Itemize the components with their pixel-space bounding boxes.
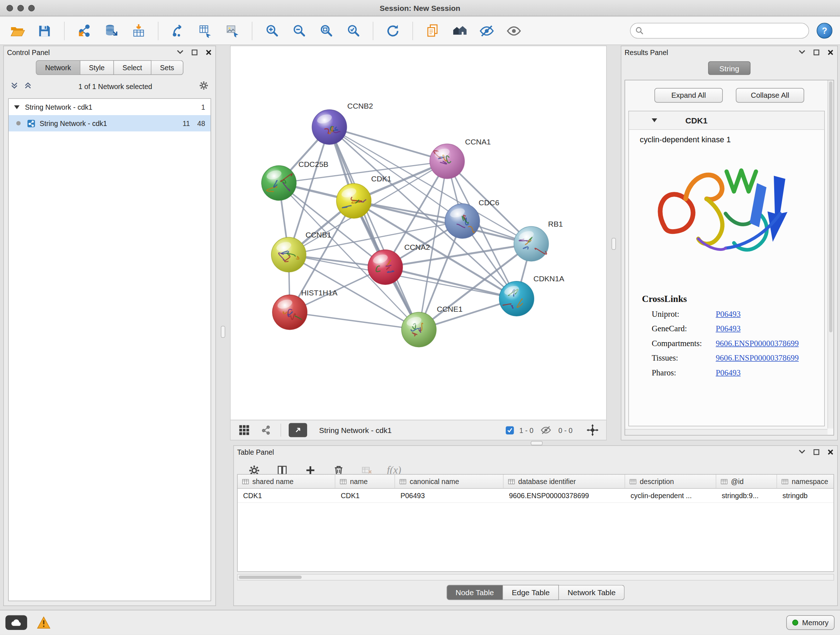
- disclosure-triangle-icon[interactable]: [14, 105, 19, 109]
- node-CDC25B[interactable]: [262, 166, 296, 201]
- crosslink-value-link[interactable]: P06493: [716, 325, 741, 334]
- table-horizontal-scrollbar[interactable]: [237, 574, 834, 581]
- table-cell[interactable]: 9606.ENSP00000378699: [504, 489, 625, 502]
- zoom-window-button[interactable]: [28, 5, 35, 11]
- import-network-from-database-button[interactable]: [102, 21, 121, 41]
- column-header-database-identifier[interactable]: database identifier: [504, 475, 625, 488]
- close-window-button[interactable]: [6, 5, 13, 11]
- import-table-button[interactable]: [129, 21, 148, 41]
- crosslink-value-link[interactable]: P06493: [716, 310, 741, 319]
- column-header-description[interactable]: description: [625, 475, 716, 488]
- show-all-button[interactable]: [504, 21, 524, 41]
- minimize-window-button[interactable]: [17, 5, 24, 11]
- column-header-shared-name[interactable]: shared name: [238, 475, 335, 488]
- open-session-button[interactable]: [8, 21, 27, 41]
- collapse-all-icon[interactable]: [11, 81, 19, 91]
- detach-view-button[interactable]: [289, 423, 307, 437]
- hide-selected-button[interactable]: [477, 21, 497, 41]
- close-panel-icon[interactable]: [205, 49, 212, 56]
- edge-CCNB2-CCNE1[interactable]: [330, 127, 419, 330]
- apply-layout-button[interactable]: [383, 21, 403, 41]
- import-network-from-file-button[interactable]: [74, 21, 94, 41]
- crosshair-icon[interactable]: [586, 423, 600, 437]
- zoom-selected-button[interactable]: [344, 21, 363, 41]
- warning-button[interactable]: [37, 616, 51, 629]
- memory-button[interactable]: Memory: [786, 616, 835, 630]
- tree-row[interactable]: String Network - cdk11: [9, 99, 210, 115]
- node-CDK1[interactable]: [336, 184, 371, 218]
- scrollbar-thumb[interactable]: [239, 576, 302, 579]
- crosslink-value-link[interactable]: P06493: [716, 368, 741, 378]
- tab-network-table[interactable]: Network Table: [559, 585, 625, 600]
- network-canvas[interactable]: CCNB2CCNA1CDC25BCDK1CDC6RB1CCNB1CCNA2CDK…: [231, 46, 606, 420]
- table-cell[interactable]: stringdb:9...: [716, 489, 777, 502]
- tab-style[interactable]: Style: [80, 60, 114, 75]
- node-CDKN1A[interactable]: [499, 281, 534, 316]
- float-panel-icon[interactable]: [191, 49, 198, 56]
- first-neighbors-button[interactable]: [450, 21, 470, 41]
- save-session-button[interactable]: [35, 21, 54, 41]
- birdseye-view-icon[interactable]: [259, 423, 273, 437]
- panel-menu-chevron-icon[interactable]: [177, 49, 184, 56]
- selected-nodes-checkbox[interactable]: [506, 426, 514, 434]
- results-horizontal-scrollbar[interactable]: [625, 429, 828, 435]
- copy-document-button[interactable]: [423, 21, 442, 41]
- expand-all-icon[interactable]: [24, 81, 32, 91]
- collapse-section-icon[interactable]: [652, 119, 657, 122]
- table-cell[interactable]: stringdb: [777, 489, 834, 502]
- float-panel-icon[interactable]: [813, 448, 820, 456]
- tab-string[interactable]: String: [708, 62, 751, 75]
- node-CCNB2[interactable]: [312, 110, 347, 144]
- node-CCNA1[interactable]: [430, 144, 464, 179]
- close-panel-icon[interactable]: [827, 49, 834, 56]
- search-input[interactable]: [630, 23, 809, 39]
- crosslink-value-link[interactable]: 9606.ENSP00000378699: [716, 339, 799, 348]
- node-CCNB1[interactable]: [271, 238, 306, 272]
- tab-edge-table[interactable]: Edge Table: [503, 585, 559, 600]
- node-CDC6[interactable]: [445, 204, 480, 239]
- export-table-button[interactable]: [195, 21, 215, 41]
- edge-CCNE1-HIST1H1A[interactable]: [290, 312, 419, 330]
- tab-sets[interactable]: Sets: [151, 60, 183, 75]
- node-CCNE1[interactable]: [401, 312, 436, 347]
- tab-node-table[interactable]: Node Table: [447, 585, 503, 600]
- edge-CCNA2-CDKN1A[interactable]: [385, 267, 516, 299]
- tree-row[interactable]: String Network - cdk11148: [9, 115, 210, 131]
- table-cell[interactable]: CDK1: [335, 489, 395, 502]
- export-image-button[interactable]: [223, 21, 242, 41]
- column-header-@id[interactable]: @id: [716, 475, 777, 488]
- table-cell[interactable]: cyclin-dependent ...: [625, 489, 716, 502]
- grid-view-icon[interactable]: [237, 423, 251, 437]
- zoom-fit-button[interactable]: [317, 21, 336, 41]
- panel-menu-chevron-icon[interactable]: [798, 448, 806, 456]
- tab-network[interactable]: Network: [36, 60, 80, 75]
- gear-icon[interactable]: [199, 80, 209, 92]
- panel-menu-chevron-icon[interactable]: [798, 49, 806, 56]
- crosslink-value-link[interactable]: 9606.ENSP00000378699: [716, 354, 799, 363]
- vertical-splitter-handle[interactable]: [221, 326, 225, 338]
- collapse-all-button[interactable]: Collapse All: [736, 88, 804, 103]
- column-header-namespace[interactable]: namespace: [777, 475, 834, 488]
- vertical-splitter-handle[interactable]: [612, 238, 616, 250]
- zoom-in-button[interactable]: [262, 21, 282, 41]
- horizontal-splitter-handle[interactable]: [531, 441, 543, 445]
- table-cell[interactable]: P06493: [395, 489, 504, 502]
- column-header-canonical-name[interactable]: canonical name: [395, 475, 504, 488]
- hidden-eye-slash-icon[interactable]: [538, 423, 553, 437]
- help-button[interactable]: ?: [817, 23, 833, 39]
- tab-select[interactable]: Select: [114, 60, 152, 75]
- node-RB1[interactable]: [514, 226, 549, 261]
- cloud-button[interactable]: [5, 616, 27, 630]
- zoom-out-button[interactable]: [289, 21, 309, 41]
- table-cell[interactable]: CDK1: [238, 489, 335, 502]
- table-row[interactable]: CDK1CDK1P064939606.ENSP00000378699cyclin…: [238, 489, 834, 503]
- new-network-from-selection-button[interactable]: [168, 21, 188, 41]
- node-HIST1H1A[interactable]: [272, 295, 307, 330]
- column-header-name[interactable]: name: [335, 475, 395, 488]
- gene-section-header[interactable]: CDK1: [629, 111, 824, 130]
- close-panel-icon[interactable]: [827, 448, 834, 456]
- expand-all-button[interactable]: Expand All: [654, 88, 723, 103]
- float-panel-icon[interactable]: [813, 49, 820, 56]
- node-CCNA2[interactable]: [368, 250, 403, 285]
- results-vertical-scrollbar[interactable]: [828, 80, 834, 429]
